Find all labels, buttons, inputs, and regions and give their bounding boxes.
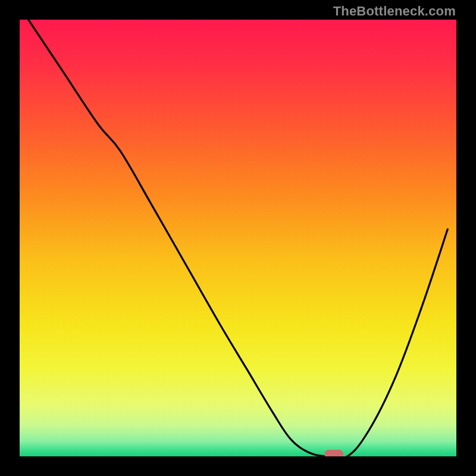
background-gradient (20, 20, 456, 456)
svg-rect-0 (20, 20, 456, 456)
plot-area (20, 20, 456, 456)
balance-point-marker (324, 450, 343, 456)
watermark-text: TheBottleneck.com (333, 4, 456, 19)
chart-frame: TheBottleneck.com (0, 0, 476, 476)
